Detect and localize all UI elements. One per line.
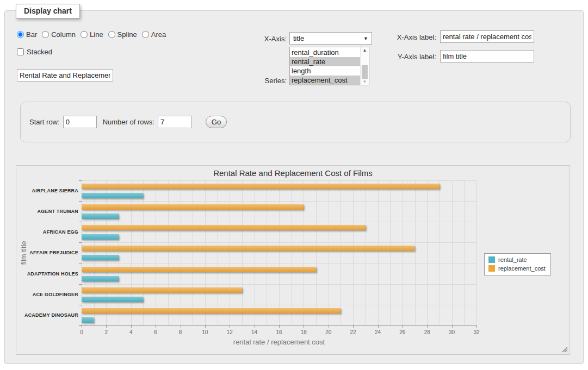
chart-type-option-spline[interactable]: Spline [108, 30, 137, 39]
series-option-rental_duration[interactable]: rental_duration [290, 48, 360, 57]
gridline [464, 180, 465, 325]
x-tick [131, 325, 132, 328]
gridline [218, 180, 218, 325]
chart-type-radio-area[interactable] [142, 31, 149, 38]
bar-replacement_cost[interactable] [82, 267, 316, 272]
bar-rental_rate[interactable] [82, 255, 119, 260]
num-rows-input[interactable] [158, 116, 191, 128]
chart-legend: rental_rate replacement_cost [484, 253, 551, 275]
bar-replacement_cost[interactable] [82, 287, 242, 293]
scroll-down-icon[interactable]: ▼ [361, 79, 369, 84]
gridline [329, 180, 329, 325]
chart-type-option-line[interactable]: Line [81, 30, 103, 39]
legend-item-replacement-cost[interactable]: replacement_cost [488, 265, 546, 272]
x-tick-label: 14 [251, 329, 257, 335]
x-tick-label: 18 [301, 329, 307, 335]
bar-rental_rate[interactable] [82, 234, 119, 240]
x-axis-select[interactable]: title ▼ [289, 32, 372, 45]
chart-title-input[interactable] [17, 69, 113, 81]
x-tick [205, 325, 206, 328]
bar-replacement_cost[interactable] [82, 308, 341, 313]
gridline [143, 180, 144, 325]
gridline [440, 180, 440, 325]
gridline [353, 180, 354, 325]
scroll-up-icon[interactable]: ▲ [361, 48, 369, 53]
bar-replacement_cost[interactable] [82, 184, 440, 189]
series-option-length[interactable]: length [290, 66, 360, 76]
panel-title: Display chart [16, 4, 80, 18]
gridline [292, 180, 292, 325]
go-button[interactable]: Go [206, 116, 227, 128]
gridline [230, 180, 230, 325]
y-tick [79, 305, 82, 305]
start-row-input[interactable] [63, 116, 97, 128]
chart-type-radio-line[interactable] [81, 31, 88, 38]
chart-type-option-column[interactable]: Column [42, 30, 76, 39]
x-tick-label: 0 [80, 329, 83, 335]
gridline [193, 180, 193, 325]
series-option-rental_rate[interactable]: rental_rate [290, 57, 360, 66]
x-tick [353, 325, 354, 328]
legend-item-rental-rate[interactable]: rental_rate [488, 256, 546, 263]
chart-container: Rental Rate and Replacement Cost of Film… [16, 165, 570, 355]
series-listbox[interactable]: rental_durationrental_ratelengthreplacem… [289, 47, 369, 85]
chevron-down-icon: ▼ [363, 36, 368, 41]
gridline [82, 201, 476, 202]
chart-type-radio-column[interactable] [42, 31, 49, 38]
gridline [82, 264, 476, 264]
chart-type-radio-spline[interactable] [108, 31, 115, 38]
chart-type-option-bar[interactable]: Bar [17, 30, 37, 39]
stacked-option[interactable]: Stacked [17, 48, 52, 56]
x-tick [255, 325, 255, 328]
legend-swatch-0 [488, 256, 495, 263]
bar-replacement_cost[interactable] [82, 204, 304, 210]
bar-rental_rate[interactable] [82, 214, 119, 219]
gridline [168, 180, 169, 325]
resize-handle-icon[interactable] [562, 347, 568, 353]
bar-rental_rate[interactable] [82, 276, 119, 281]
scrollbar-thumb[interactable] [362, 65, 368, 79]
x-tick [403, 325, 403, 328]
bar-rental_rate[interactable] [82, 297, 143, 302]
y-axis-label-input[interactable] [440, 50, 534, 62]
chart-type-radio-bar[interactable] [17, 31, 24, 38]
series-select-label: Series: [239, 77, 287, 85]
x-tick-label: 16 [276, 329, 282, 335]
category-label: AGENT TRUMAN [16, 201, 78, 222]
y-axis-label-label: Y-Axis label: [382, 53, 436, 61]
x-tick-label: 28 [424, 329, 430, 335]
num-rows-label: Number of rows: [103, 118, 154, 126]
chart-type-label: Column [51, 30, 76, 39]
gridline [181, 180, 181, 325]
x-tick-label: 8 [179, 329, 182, 335]
chart-type-option-area[interactable]: Area [142, 30, 166, 39]
legend-swatch-1 [488, 265, 495, 272]
y-tick [79, 222, 82, 222]
series-option-replacement_cost[interactable]: replacement_cost [290, 76, 360, 85]
y-tick [79, 284, 82, 285]
listbox-scrollbar[interactable]: ▲ ▼ [360, 47, 369, 85]
x-axis-select-label: X-Axis: [239, 35, 287, 43]
stacked-checkbox[interactable] [17, 48, 24, 55]
category-axis-labels: AIRPLANE SIERRAAGENT TRUMANAFRICAN EGGAF… [16, 180, 78, 325]
gridline [316, 180, 317, 325]
x-axis-label-input[interactable] [440, 30, 534, 43]
bar-rental_rate[interactable] [82, 317, 94, 323]
bar-rental_rate[interactable] [82, 193, 143, 198]
category-label: ACE GOLDFINGER [16, 284, 78, 305]
x-tick-label: 10 [202, 329, 208, 335]
gridline [366, 180, 366, 325]
chart-type-label: Bar [26, 30, 37, 39]
bar-replacement_cost[interactable] [82, 246, 414, 251]
gridline [119, 180, 119, 325]
legend-label-0: rental_rate [498, 256, 527, 263]
chart-type-label: Spline [117, 30, 137, 39]
gridline [82, 284, 476, 285]
x-tick [329, 325, 329, 328]
x-tick-label: 12 [227, 329, 233, 335]
gridline [82, 222, 476, 222]
chart-title: Rental Rate and Replacement Cost of Film… [16, 168, 570, 178]
gridline [82, 242, 476, 243]
bar-replacement_cost[interactable] [82, 225, 366, 230]
gridline [390, 180, 391, 325]
